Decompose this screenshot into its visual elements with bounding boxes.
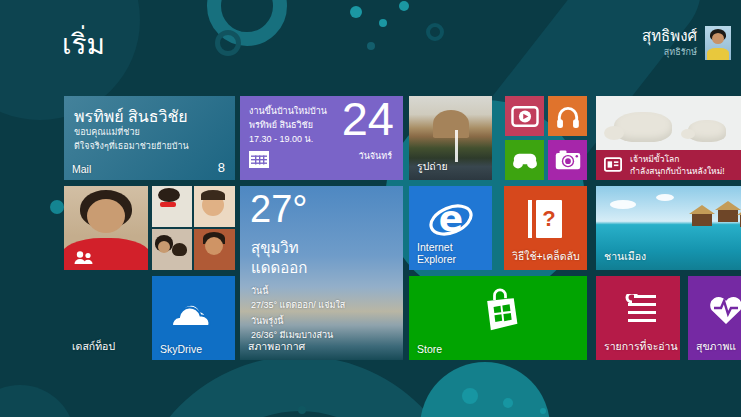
avatar-shirt xyxy=(707,48,729,60)
decor-dot xyxy=(540,408,546,414)
mail-line1: ขอบคุณแม่ที่ช่วย xyxy=(74,126,189,140)
tile-photos[interactable]: รูปถ่าย xyxy=(409,96,492,180)
tile-mail[interactable]: พรทิพย์ สินธวิชัย ขอบคุณแม่ที่ช่วย ดีใจจ… xyxy=(64,96,235,180)
decor-dot xyxy=(50,200,64,214)
calendar-event: งานขึ้นบ้านใหม่บ้าน xyxy=(249,105,327,119)
decor-dot xyxy=(379,19,387,27)
mail-preview: ขอบคุณแม่ที่ช่วย ดีใจจริงๆที่เธอมาช่วยย้… xyxy=(74,126,189,153)
store-label: Store xyxy=(417,343,442,355)
tile-desktop[interactable]: เดสก์ท็อป xyxy=(64,276,147,360)
news-headline-band: เจ้าหมีขั้วโลก กำลังสนุกกับบ้านหลังใหม่! xyxy=(596,150,741,180)
decor-dot xyxy=(298,406,306,414)
news-line1: เจ้าหมีขั้วโลก xyxy=(630,153,725,165)
newspaper-icon xyxy=(604,157,622,172)
polar-bear-cub-photo xyxy=(688,120,726,142)
calendar-time: 17.30 - 19.00 น. xyxy=(249,133,327,147)
tile-camera[interactable] xyxy=(548,140,587,180)
photo-shape xyxy=(201,190,225,200)
calendar-details: งานขึ้นบ้านใหม่บ้าน พรทิพย์ สินธวิชัย 17… xyxy=(249,105,327,147)
people-icon xyxy=(74,251,94,264)
photo-shape xyxy=(160,202,176,207)
news-line2: กำลังสนุกกับบ้านหลังใหม่! xyxy=(630,165,725,177)
decor-dot xyxy=(503,398,513,408)
calendar-day-number: 24 xyxy=(342,96,394,146)
tile-music[interactable] xyxy=(548,96,587,136)
tile-games[interactable] xyxy=(505,140,544,180)
skydrive-label: SkyDrive xyxy=(160,343,202,355)
page-title: เริ่ม xyxy=(62,22,105,66)
tile-help-tips[interactable]: ? วิธีใช้+เคล็ดลับ xyxy=(504,186,587,270)
reading-list-icon xyxy=(620,294,658,324)
question-mark: ? xyxy=(542,206,555,232)
weather-temp: 27° xyxy=(250,188,307,231)
calendar-weekday: วันจันทร์ xyxy=(359,149,392,163)
photo-shape xyxy=(656,194,674,201)
travel-label: ชานเมือง xyxy=(604,248,646,265)
people-photo-man xyxy=(64,186,148,270)
news-headline: เจ้าหมีขั้วโลก กำลังสนุกกับบ้านหลังใหม่! xyxy=(630,153,725,178)
user-account-button[interactable]: สุทธิพงศ์ สุทธิรักษ์ xyxy=(642,27,697,59)
photo-shape xyxy=(610,200,636,209)
game-controller-icon xyxy=(511,151,539,170)
tile-video[interactable] xyxy=(505,96,544,136)
photo-shape xyxy=(455,130,458,162)
desktop-label: เดสก์ท็อป xyxy=(72,338,115,355)
start-screen: เริ่ม สุทธิพงศ์ สุทธิรักษ์ พรทิพย์ สินธว… xyxy=(0,0,741,417)
people-photo-boy xyxy=(194,229,235,270)
photo-shape xyxy=(681,129,695,139)
mail-line2: ดีใจจริงๆที่เธอมาช่วยย้ายบ้าน xyxy=(74,140,189,154)
mail-unread-badge: 8 xyxy=(218,160,225,175)
tile-weather[interactable]: 27° สุขุมวิท แดดออก วันนี้ 27/35° แดดออก… xyxy=(240,186,403,360)
people-photo-baby xyxy=(194,186,235,227)
photo-shape xyxy=(718,210,738,222)
photo-shape xyxy=(205,237,223,255)
tile-travel[interactable]: ชานเมือง xyxy=(596,186,741,270)
weather-condition: แดดออก xyxy=(251,256,307,280)
cloud-icon xyxy=(166,298,222,330)
photo-shape xyxy=(692,214,712,226)
tile-reading-list[interactable]: รายการที่จะอ่าน xyxy=(596,276,680,360)
weather-today-value: 27/35° แดดออก/ แจ่มใส xyxy=(251,298,345,312)
tile-skydrive[interactable]: SkyDrive xyxy=(152,276,235,360)
photo-shape xyxy=(158,188,180,202)
photo-shape xyxy=(433,110,469,138)
calendar-grid-icon xyxy=(249,151,269,172)
decor-ring xyxy=(215,30,241,56)
decor-ring xyxy=(426,23,444,41)
camera-icon xyxy=(555,150,581,170)
help-label: วิธีใช้+เคล็ดลับ xyxy=(512,248,580,265)
photos-label: รูปถ่าย xyxy=(417,158,448,175)
decor-circle xyxy=(0,385,75,417)
avatar[interactable] xyxy=(705,26,731,60)
photo-shape xyxy=(604,126,624,140)
tile-internet-explorer[interactable]: e Internet Explorer xyxy=(409,186,492,270)
book-spine xyxy=(528,200,532,238)
photo-shape xyxy=(172,243,187,256)
decor-dot xyxy=(462,388,478,404)
photo-shape xyxy=(158,241,170,253)
decor-dot xyxy=(399,1,409,11)
tile-store[interactable]: Store xyxy=(409,276,587,360)
calendar-host: พรทิพย์ สินธวิชัย xyxy=(249,119,327,133)
reading-list-label: รายการที่จะอ่าน xyxy=(604,338,678,355)
tile-health-fitness[interactable]: สุขภาพแ xyxy=(688,276,741,360)
heart-pulse-icon xyxy=(706,290,741,326)
health-label: สุขภาพแ xyxy=(696,338,736,355)
decor-dot xyxy=(350,6,362,18)
user-subtitle: สุทธิรักษ์ xyxy=(642,45,697,59)
shopping-bag-windows-icon xyxy=(478,288,522,334)
avatar-face xyxy=(712,33,724,44)
tile-news[interactable]: เจ้าหมีขั้วโลก กำลังสนุกกับบ้านหลังใหม่! xyxy=(596,96,741,180)
mail-app-label: Mail xyxy=(72,163,91,175)
video-player-icon xyxy=(511,106,539,127)
user-name: สุทธิพงศ์ xyxy=(642,27,697,45)
book-page: ? xyxy=(536,200,562,238)
polar-bear-photo xyxy=(614,112,672,142)
tile-people[interactable] xyxy=(64,186,235,270)
headphones-icon xyxy=(555,104,581,128)
internet-explorer-e-icon: e xyxy=(428,198,474,244)
photo-shape xyxy=(87,199,125,233)
book-question-icon: ? xyxy=(528,200,562,238)
weather-tomorrow-label: วันพรุ่งนี้ xyxy=(251,314,333,328)
tile-calendar[interactable]: งานขึ้นบ้านใหม่บ้าน พรทิพย์ สินธวิชัย 17… xyxy=(240,96,403,180)
